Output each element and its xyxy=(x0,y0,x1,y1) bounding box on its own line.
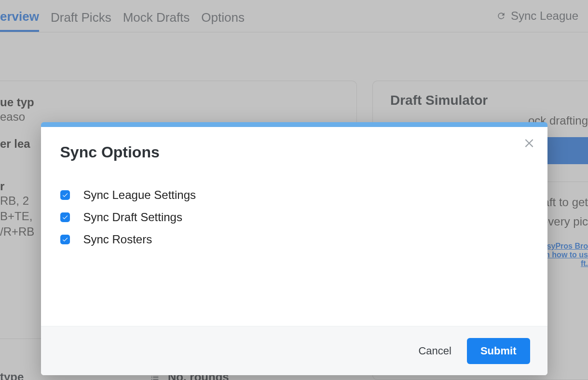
submit-button[interactable]: Submit xyxy=(467,338,530,364)
sync-option-row-2: Sync Rosters xyxy=(60,233,528,246)
checkbox-sync-rosters[interactable] xyxy=(60,235,70,244)
cancel-button[interactable]: Cancel xyxy=(414,339,455,363)
check-icon xyxy=(62,192,68,198)
checkbox-sync-league-settings[interactable] xyxy=(60,190,70,200)
check-icon xyxy=(62,236,68,243)
sync-option-row-1: Sync Draft Settings xyxy=(60,211,528,224)
modal-close-button[interactable] xyxy=(520,135,538,152)
sync-options-modal: Sync Options Sync League Settings Sync D… xyxy=(41,122,547,375)
sync-option-label-0: Sync League Settings xyxy=(83,188,196,202)
checkbox-sync-draft-settings[interactable] xyxy=(60,212,70,222)
sync-option-label-2: Sync Rosters xyxy=(83,233,152,246)
modal-title: Sync Options xyxy=(60,143,528,161)
close-icon xyxy=(523,136,535,151)
sync-option-row-0: Sync League Settings xyxy=(60,188,528,202)
check-icon xyxy=(62,214,68,221)
sync-option-label-1: Sync Draft Settings xyxy=(83,211,182,224)
modal-body: Sync Options Sync League Settings Sync D… xyxy=(41,127,547,326)
modal-footer: Cancel Submit xyxy=(41,326,547,375)
modal-overlay: Sync Options Sync League Settings Sync D… xyxy=(0,0,588,380)
